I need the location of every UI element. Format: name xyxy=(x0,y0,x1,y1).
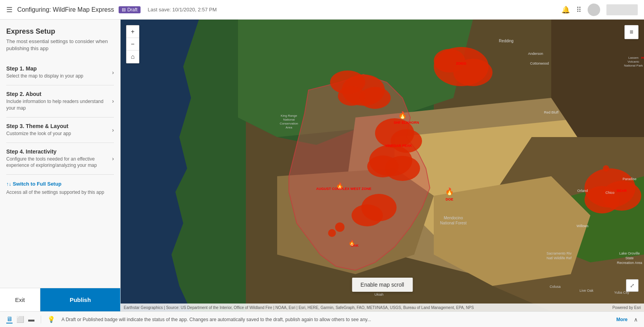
step-theme[interactable]: Step 3. Theme & Layout Customize the loo… xyxy=(6,117,114,143)
enable-map-scroll-button[interactable]: Enable map scroll xyxy=(352,278,413,292)
svg-text:ZOGG: ZOGG xyxy=(456,61,467,65)
svg-text:State: State xyxy=(625,256,633,260)
svg-text:Willows: Willows xyxy=(577,224,589,228)
topbar: ☰ Configuring: WildFire Map Express ▤ Dr… xyxy=(0,0,644,20)
svg-text:Redding: Redding xyxy=(499,39,513,43)
exit-button[interactable]: Exit xyxy=(0,288,40,311)
step-map-title: Step 1. Map xyxy=(6,65,83,72)
svg-text:OAK: OAK xyxy=(351,244,359,248)
switch-section: ↑↓ Switch to Full Setup Access all of th… xyxy=(6,175,114,199)
bell-icon[interactable]: 🔔 xyxy=(561,5,570,14)
svg-text:AUGUST COMPLEX WEST ZONE: AUGUST COMPLEX WEST ZONE xyxy=(316,187,371,191)
svg-text:Recreation Area: Recreation Area xyxy=(617,261,642,265)
switch-desc: Access all of the settings supported by … xyxy=(6,189,114,196)
mobile-icon[interactable]: ▬ xyxy=(28,316,34,323)
svg-text:Anderson: Anderson xyxy=(528,52,543,56)
step-theme-title: Step 3. Theme & Layout xyxy=(6,123,71,129)
svg-text:Chico: Chico xyxy=(605,191,614,195)
svg-point-30 xyxy=(335,222,345,232)
zoom-out-button[interactable]: − xyxy=(126,38,139,51)
svg-text:Area: Area xyxy=(286,126,292,129)
fire-overlay: 🔥 🔥 🔥 🔥 ZOGG SHF ELKHORN VINEGAR PEAK AU… xyxy=(121,20,644,311)
sidebar: Express Setup The most essential setting… xyxy=(0,20,121,311)
step-about-desc: Include information to help readers unde… xyxy=(6,98,112,112)
main-layout: Express Setup The most essential setting… xyxy=(0,20,644,311)
svg-text:King Range: King Range xyxy=(281,114,297,117)
map-menu-button[interactable]: ≡ xyxy=(624,25,639,39)
svg-point-32 xyxy=(603,165,609,172)
user-name-area[interactable] xyxy=(606,4,638,15)
grid-icon[interactable]: ⠿ xyxy=(576,5,581,14)
map-scroll-icon[interactable]: ⤢ xyxy=(626,279,639,292)
svg-text:🔥: 🔥 xyxy=(445,187,454,196)
bottom-buttons: Exit Publish xyxy=(0,288,120,311)
device-icons: 🖥 ⬜ ▬ xyxy=(6,316,34,323)
attribution-left: Earthstar Geographics | Source: US Depar… xyxy=(124,305,474,310)
svg-text:Colusa: Colusa xyxy=(550,285,561,289)
svg-text:DOE: DOE xyxy=(446,197,453,201)
svg-text:Conservation: Conservation xyxy=(280,122,298,125)
step-map-desc: Select the map to display in your app xyxy=(6,73,83,79)
svg-text:VINEGAR PEAK: VINEGAR PEAK xyxy=(385,144,412,148)
svg-point-29 xyxy=(584,186,620,213)
svg-point-31 xyxy=(328,229,336,237)
menu-icon[interactable]: ☰ xyxy=(6,5,13,14)
step-about-title: Step 2. About xyxy=(6,91,112,97)
zoom-in-button[interactable]: + xyxy=(126,25,139,38)
app-title: Configuring: WildFire Map Express xyxy=(17,6,114,13)
svg-text:SHF ELKHORN: SHF ELKHORN xyxy=(394,121,419,125)
publish-button[interactable]: Publish xyxy=(40,288,120,311)
draft-label: Draft xyxy=(127,7,137,13)
lightbulb-icon: 💡 xyxy=(47,316,55,323)
last-save: Last save: 10/1/2020, 2:57 PM xyxy=(148,7,216,13)
svg-text:Lake Oroville: Lake Oroville xyxy=(619,251,640,255)
svg-text:Ukiah: Ukiah xyxy=(374,293,383,296)
sidebar-content: Express Setup The most essential setting… xyxy=(0,20,120,288)
svg-text:Red Bluff: Red Bluff xyxy=(544,110,559,114)
draft-icon: ▤ xyxy=(122,7,126,12)
map-attribution: Earthstar Geographics | Source: US Depar… xyxy=(121,304,644,311)
step-interactivity[interactable]: Step 4. Interactivity Configure the tool… xyxy=(6,143,114,175)
svg-text:Sacramento Riv: Sacramento Riv xyxy=(547,251,572,255)
tablet-icon[interactable]: ⬜ xyxy=(16,316,24,323)
svg-point-24 xyxy=(367,155,399,177)
status-divider xyxy=(41,316,41,323)
switch-to-full-setup-link[interactable]: ↑↓ Switch to Full Setup xyxy=(6,181,114,187)
status-more-link[interactable]: More xyxy=(616,317,628,322)
express-setup-title: Express Setup xyxy=(6,27,114,36)
step-map[interactable]: Step 1. Map Select the map to display in… xyxy=(6,60,114,85)
topbar-icons: 🔔 ⠿ xyxy=(561,4,638,16)
avatar[interactable] xyxy=(588,4,600,16)
svg-text:Cottonwood: Cottonwood xyxy=(530,61,549,65)
svg-text:Natl Wildlife Ref: Natl Wildlife Ref xyxy=(547,256,572,260)
svg-text:National Park: National Park xyxy=(624,64,643,67)
svg-text:National Forest: National Forest xyxy=(440,221,467,225)
draft-badge: ▤ Draft xyxy=(119,6,141,13)
svg-point-19 xyxy=(338,86,365,106)
desktop-icon[interactable]: 🖥 xyxy=(6,316,13,323)
step-theme-desc: Customize the look of your app xyxy=(6,130,71,137)
svg-text:Orland: Orland xyxy=(577,189,588,193)
svg-text:National: National xyxy=(283,118,295,121)
map-controls: + − ⌂ xyxy=(126,25,139,63)
svg-point-26 xyxy=(352,204,383,226)
map-area[interactable]: 🔥 🔥 🔥 🔥 ZOGG SHF ELKHORN VINEGAR PEAK AU… xyxy=(121,20,644,311)
status-collapse-icon[interactable]: ∧ xyxy=(634,316,638,323)
svg-text:Lassen: Lassen xyxy=(628,56,639,60)
svg-text:🔥: 🔥 xyxy=(398,111,407,119)
express-setup-desc: The most essential settings to consider … xyxy=(6,38,114,52)
home-button[interactable]: ⌂ xyxy=(126,51,139,63)
step-interactivity-desc: Configure the tools needed for an effect… xyxy=(6,156,112,169)
step-theme-chevron: › xyxy=(112,127,114,133)
svg-text:Live Oak: Live Oak xyxy=(579,289,593,293)
step-about-chevron: › xyxy=(112,98,114,104)
step-map-chevron: › xyxy=(112,69,114,76)
step-interactivity-chevron: › xyxy=(112,155,114,162)
svg-text:HOLLO: HOLLO xyxy=(641,56,644,60)
svg-text:BEAR: BEAR xyxy=(617,189,627,193)
step-interactivity-title: Step 4. Interactivity xyxy=(6,148,112,155)
svg-text:Paradise: Paradise xyxy=(622,177,637,181)
step-about[interactable]: Step 2. About Include information to hel… xyxy=(6,85,114,117)
svg-text:Volcanic: Volcanic xyxy=(628,60,639,63)
svg-text:Mendocino: Mendocino xyxy=(444,216,463,220)
